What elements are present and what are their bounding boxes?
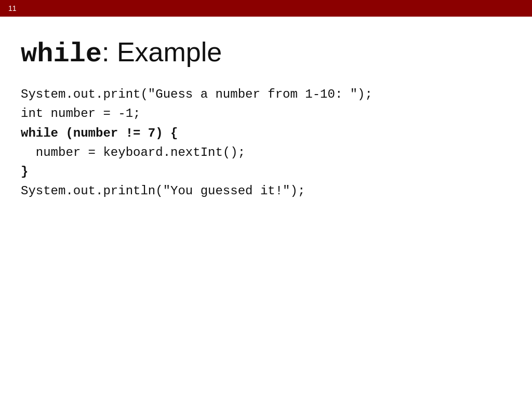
code-line-6: System.out.println("You guessed it!"); [21, 181, 511, 201]
code-line-2: int number = -1; [21, 104, 511, 123]
code-block: System.out.print("Guess a number from 1-… [21, 85, 511, 201]
code-line-3: while (number != 7) { [21, 124, 511, 143]
title-colon: : [102, 37, 109, 67]
slide-content: while: Example System.out.print("Guess a… [0, 17, 532, 221]
code-line-4: number = keyboard.nextInt(); [21, 143, 511, 162]
top-bar: 11 [0, 0, 532, 17]
title-keyword: while [21, 39, 102, 70]
slide-number: 11 [8, 4, 17, 12]
title-rest: Example [109, 37, 222, 67]
slide-title: while: Example [21, 37, 511, 69]
code-line-5: } [21, 162, 511, 181]
code-line-1: System.out.print("Guess a number from 1-… [21, 85, 511, 104]
